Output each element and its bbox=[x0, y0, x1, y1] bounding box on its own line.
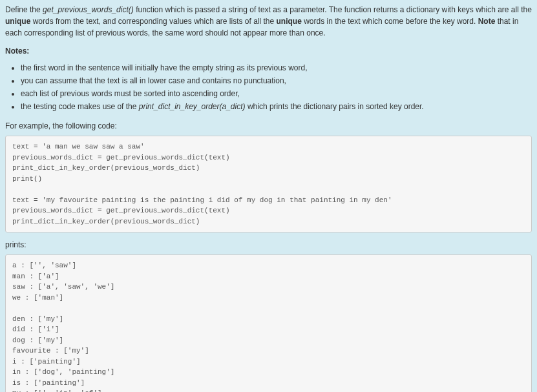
intro-bold-unique1: unique bbox=[5, 17, 30, 26]
intro-text-mid2: words from the text, and corresponding v… bbox=[30, 17, 276, 26]
intro-bold-note: Note bbox=[478, 17, 496, 26]
prints-label: prints: bbox=[5, 239, 532, 251]
note-item: each list of previous words must be sort… bbox=[21, 88, 532, 99]
note4-suffix: which prints the dictionary pairs in sor… bbox=[246, 102, 424, 111]
note-item: the testing code makes use of the print_… bbox=[21, 101, 532, 112]
example-label: For example, the following code: bbox=[5, 120, 532, 132]
note-item: you can assume that the text is all in l… bbox=[21, 75, 532, 87]
intro-text-prefix: Define the bbox=[5, 5, 43, 14]
intro-text-mid1: function which is passed a string of tex… bbox=[134, 5, 532, 14]
note4-fn: print_dict_in_key_order(a_dict) bbox=[139, 102, 246, 111]
notes-heading-colon: : bbox=[26, 46, 29, 56]
intro-text-mid3: words in the text which come before the … bbox=[302, 17, 478, 26]
code-block-example: text = 'a man we saw saw a saw' previous… bbox=[5, 136, 532, 232]
intro-paragraph: Define the get_previous_words_dict() fun… bbox=[5, 4, 532, 39]
notes-heading-text: Notes bbox=[5, 46, 26, 56]
note-item: the first word in the sentence will init… bbox=[21, 62, 532, 74]
code-block-output: a : ['', 'saw'] man : ['a'] saw : ['a', … bbox=[5, 254, 532, 392]
intro-bold-unique2: unique bbox=[277, 17, 302, 26]
intro-fn-name: get_previous_words_dict() bbox=[43, 5, 134, 14]
note4-prefix: the testing code makes use of the bbox=[21, 102, 139, 111]
notes-heading: Notes: bbox=[5, 45, 532, 57]
notes-list: the first word in the sentence will init… bbox=[21, 62, 532, 112]
